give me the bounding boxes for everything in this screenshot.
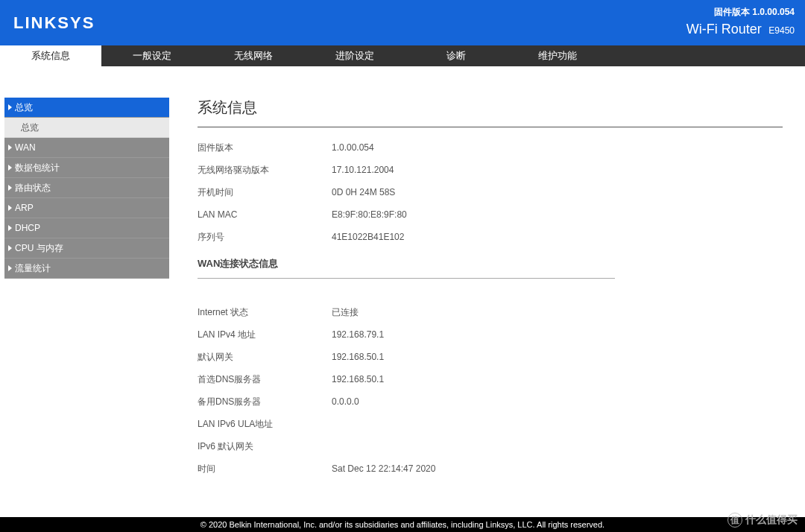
topnav-tab[interactable]: 诊断 [405, 45, 507, 66]
watermark-icon: 值 [727, 513, 742, 528]
router-model: E9450 [768, 25, 795, 36]
router-name: Wi-Fi Router [686, 22, 762, 37]
firmware-version: 1.0.00.054 [752, 7, 795, 17]
sidebar-item[interactable]: WAN [4, 138, 169, 158]
main-content: 系统信息 固件版本1.0.00.054无线网络驱动版本17.10.121.200… [169, 98, 805, 480]
chevron-right-icon [8, 165, 12, 171]
watermark: 值 什么值得买 [727, 513, 798, 528]
info-label: LAN IPv4 地址 [198, 329, 332, 341]
sidebar-item[interactable]: DHCP [4, 218, 169, 238]
footer: © 2020 Belkin International, Inc. and/or… [0, 517, 805, 532]
info-value: 已连接 [332, 306, 783, 319]
info-row: LAN MACE8:9F:80:E8:9F:80 [198, 203, 783, 226]
info-label: LAN MAC [198, 209, 332, 220]
page-title: 系统信息 [198, 98, 783, 118]
chevron-right-icon [8, 145, 12, 151]
info-label: 无线网络驱动版本 [198, 164, 332, 177]
info-label: 备用DNS服务器 [198, 396, 332, 408]
info-label: 开机时间 [198, 186, 332, 199]
header-info: 固件版本 1.0.00.054 Wi-Fi Router E9450 [686, 6, 795, 37]
topnav-tab[interactable]: 进阶设定 [304, 45, 405, 66]
logo: LINKSYS [13, 13, 95, 33]
info-value: 0.0.0.0 [332, 396, 783, 407]
info-label: LAN IPv6 ULA地址 [198, 418, 332, 431]
info-row: 默认网关192.168.50.1 [198, 346, 783, 368]
sidebar-item-label: 数据包统计 [15, 162, 60, 173]
info-value: 1.0.00.054 [332, 142, 783, 153]
sidebar-item-label: WAN [15, 142, 36, 153]
topnav-tab[interactable]: 系统信息 [0, 45, 101, 66]
info-row: IPv6 默认网关 [198, 435, 783, 457]
chevron-right-icon [8, 205, 12, 211]
topnav-tab[interactable]: 无线网络 [203, 45, 304, 66]
info-value: 0D 0H 24M 58S [332, 187, 783, 197]
topnav-tab[interactable]: 一般设定 [101, 45, 203, 66]
info-row: LAN IPv6 ULA地址 [198, 413, 783, 435]
chevron-right-icon [8, 104, 12, 110]
info-value: 192.168.50.1 [332, 374, 783, 384]
topnav-tab[interactable]: 维护功能 [507, 45, 608, 66]
info-label: Internet 状态 [198, 306, 332, 319]
sidebar-item[interactable]: 总览 [4, 98, 169, 118]
footer-text: © 2020 Belkin International, Inc. and/or… [201, 520, 604, 529]
sidebar-item[interactable]: 路由状态 [4, 178, 169, 198]
sidebar-subitem[interactable]: 总览 [4, 118, 169, 138]
sidebar-item-label: 总览 [15, 102, 33, 113]
sidebar-item[interactable]: 数据包统计 [4, 158, 169, 178]
info-row: 首选DNS服务器192.168.50.1 [198, 368, 783, 390]
watermark-text: 什么值得买 [745, 513, 798, 527]
info-value: E8:9F:80:E8:9F:80 [332, 209, 783, 220]
sidebar-item[interactable]: ARP [4, 198, 169, 218]
firmware-line: 固件版本 1.0.00.054 [686, 6, 795, 19]
sidebar-item-label: 流量统计 [15, 263, 51, 273]
info-row: 无线网络驱动版本17.10.121.2004 [198, 159, 783, 181]
chevron-right-icon [8, 265, 12, 271]
info-label: IPv6 默认网关 [198, 440, 332, 453]
chevron-right-icon [8, 245, 12, 251]
header-bar: LINKSYS 固件版本 1.0.00.054 Wi-Fi Router E94… [0, 0, 805, 45]
info-value: 41E1022B41E102 [332, 232, 783, 242]
info-label: 时间 [198, 463, 332, 475]
info-row: LAN IPv4 地址192.168.79.1 [198, 323, 783, 346]
router-line: Wi-Fi Router E9450 [686, 22, 795, 37]
top-nav: 系统信息一般设定无线网络进阶设定诊断维护功能 [0, 45, 805, 66]
sidebar-item[interactable]: 流量统计 [4, 259, 169, 279]
sidebar-item[interactable]: CPU 与内存 [4, 238, 169, 259]
info-label: 首选DNS服务器 [198, 373, 332, 386]
sidebar-item-label: ARP [15, 203, 34, 213]
wan-section-title: WAN连接状态信息 [198, 257, 783, 270]
info-row: 序列号41E1022B41E102 [198, 226, 783, 248]
info-value: 192.168.79.1 [332, 329, 783, 340]
info-label: 序列号 [198, 231, 332, 244]
divider [198, 127, 783, 127]
chevron-right-icon [8, 225, 12, 231]
info-row: 时间Sat Dec 12 22:14:47 2020 [198, 457, 783, 480]
info-label: 固件版本 [198, 142, 332, 154]
chevron-right-icon [8, 185, 12, 191]
info-value: Sat Dec 12 22:14:47 2020 [332, 463, 783, 474]
info-row: Internet 状态已连接 [198, 301, 783, 323]
info-row: 备用DNS服务器0.0.0.0 [198, 390, 783, 413]
info-value: 192.168.50.1 [332, 352, 783, 362]
sidebar-item-label: CPU 与内存 [15, 243, 63, 253]
info-row: 固件版本1.0.00.054 [198, 136, 783, 159]
info-value: 17.10.121.2004 [332, 165, 783, 175]
sidebar-item-label: DHCP [15, 223, 40, 233]
info-label: 默认网关 [198, 351, 332, 364]
sidebar: 总览总览WAN数据包统计路由状态ARPDHCPCPU 与内存流量统计 [4, 98, 169, 480]
sidebar-item-label: 路由状态 [15, 183, 51, 193]
info-row: 开机时间0D 0H 24M 58S [198, 181, 783, 203]
firmware-label: 固件版本 [714, 7, 750, 17]
divider [198, 278, 615, 279]
